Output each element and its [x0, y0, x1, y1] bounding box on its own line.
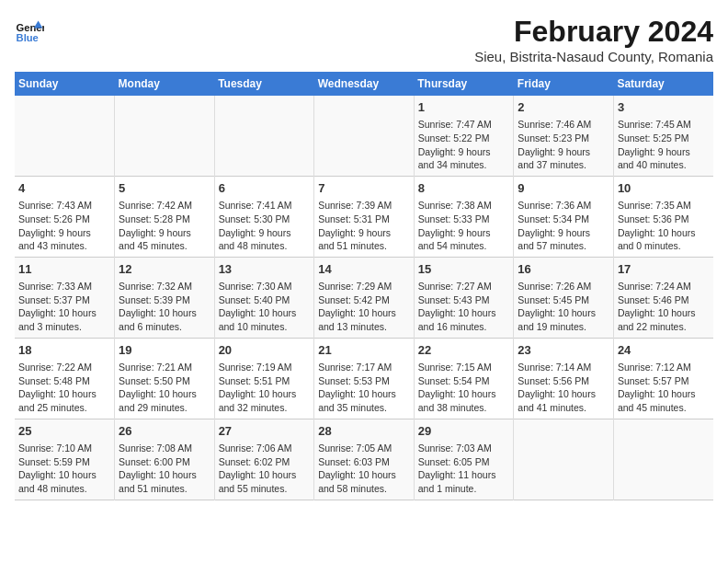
calendar-cell: 9Sunrise: 7:36 AM Sunset: 5:34 PM Daylig…: [514, 176, 614, 257]
calendar-cell: 23Sunrise: 7:14 AM Sunset: 5:56 PM Dayli…: [514, 338, 614, 419]
day-content: Sunrise: 7:08 AM Sunset: 6:00 PM Dayligh…: [119, 442, 210, 496]
calendar-cell: 6Sunrise: 7:41 AM Sunset: 5:30 PM Daylig…: [214, 176, 314, 257]
day-header-monday: Monday: [115, 72, 215, 96]
calendar-cell: 13Sunrise: 7:30 AM Sunset: 5:40 PM Dayli…: [214, 257, 314, 338]
calendar-cell: 20Sunrise: 7:19 AM Sunset: 5:51 PM Dayli…: [214, 338, 314, 419]
day-number: 18: [18, 342, 110, 359]
day-number: 20: [219, 342, 311, 359]
day-content: Sunrise: 7:12 AM Sunset: 5:57 PM Dayligh…: [618, 361, 710, 415]
calendar-cell: 28Sunrise: 7:05 AM Sunset: 6:03 PM Dayli…: [314, 419, 415, 500]
day-number: 26: [119, 423, 210, 440]
day-content: Sunrise: 7:45 AM Sunset: 5:25 PM Dayligh…: [618, 118, 710, 172]
day-content: Sunrise: 7:19 AM Sunset: 5:51 PM Dayligh…: [219, 361, 311, 415]
calendar-cell: [214, 96, 314, 176]
day-content: Sunrise: 7:24 AM Sunset: 5:46 PM Dayligh…: [618, 280, 710, 334]
day-number: 15: [418, 261, 510, 278]
day-number: 5: [119, 180, 210, 197]
day-number: 1: [418, 99, 510, 116]
day-content: Sunrise: 7:29 AM Sunset: 5:42 PM Dayligh…: [318, 280, 410, 334]
page-header: General Blue February 2024 Sieu, Bistrit…: [15, 15, 713, 64]
day-content: Sunrise: 7:05 AM Sunset: 6:03 PM Dayligh…: [318, 442, 410, 496]
day-content: Sunrise: 7:47 AM Sunset: 5:22 PM Dayligh…: [418, 118, 510, 172]
day-number: 7: [318, 180, 410, 197]
calendar-cell: 19Sunrise: 7:21 AM Sunset: 5:50 PM Dayli…: [115, 338, 215, 419]
day-header-saturday: Saturday: [613, 72, 713, 96]
day-content: Sunrise: 7:43 AM Sunset: 5:26 PM Dayligh…: [18, 199, 110, 253]
calendar-table: SundayMondayTuesdayWednesdayThursdayFrid…: [15, 72, 713, 500]
logo-icon: General Blue: [15, 15, 44, 44]
calendar-week-3: 11Sunrise: 7:33 AM Sunset: 5:37 PM Dayli…: [15, 257, 713, 338]
calendar-cell: 3Sunrise: 7:45 AM Sunset: 5:25 PM Daylig…: [613, 96, 713, 176]
day-number: 27: [219, 423, 311, 440]
calendar-week-1: 1Sunrise: 7:47 AM Sunset: 5:22 PM Daylig…: [15, 96, 713, 176]
calendar-cell: 1Sunrise: 7:47 AM Sunset: 5:22 PM Daylig…: [414, 96, 514, 176]
day-content: Sunrise: 7:17 AM Sunset: 5:53 PM Dayligh…: [318, 361, 410, 415]
day-content: Sunrise: 7:10 AM Sunset: 5:59 PM Dayligh…: [18, 442, 110, 496]
calendar-cell: 5Sunrise: 7:42 AM Sunset: 5:28 PM Daylig…: [115, 176, 215, 257]
day-number: 2: [518, 99, 609, 116]
day-content: Sunrise: 7:21 AM Sunset: 5:50 PM Dayligh…: [119, 361, 210, 415]
day-header-sunday: Sunday: [15, 72, 115, 96]
calendar-cell: 21Sunrise: 7:17 AM Sunset: 5:53 PM Dayli…: [314, 338, 415, 419]
day-number: 4: [18, 180, 110, 197]
calendar-cell: [613, 419, 713, 500]
calendar-cell: 17Sunrise: 7:24 AM Sunset: 5:46 PM Dayli…: [613, 257, 713, 338]
day-header-friday: Friday: [514, 72, 614, 96]
calendar-cell: [115, 96, 215, 176]
day-content: Sunrise: 7:06 AM Sunset: 6:02 PM Dayligh…: [219, 442, 311, 496]
day-number: 6: [219, 180, 311, 197]
day-content: Sunrise: 7:03 AM Sunset: 6:05 PM Dayligh…: [418, 442, 510, 496]
day-content: Sunrise: 7:38 AM Sunset: 5:33 PM Dayligh…: [418, 199, 510, 253]
day-number: 12: [119, 261, 210, 278]
day-number: 11: [18, 261, 110, 278]
calendar-cell: 12Sunrise: 7:32 AM Sunset: 5:39 PM Dayli…: [115, 257, 215, 338]
day-number: 28: [318, 423, 410, 440]
calendar-cell: 8Sunrise: 7:38 AM Sunset: 5:33 PM Daylig…: [414, 176, 514, 257]
day-number: 16: [518, 261, 609, 278]
day-number: 25: [18, 423, 110, 440]
calendar-week-2: 4Sunrise: 7:43 AM Sunset: 5:26 PM Daylig…: [15, 176, 713, 257]
day-header-wednesday: Wednesday: [314, 72, 415, 96]
calendar-cell: 15Sunrise: 7:27 AM Sunset: 5:43 PM Dayli…: [414, 257, 514, 338]
day-content: Sunrise: 7:15 AM Sunset: 5:54 PM Dayligh…: [418, 361, 510, 415]
day-number: 21: [318, 342, 410, 359]
day-content: Sunrise: 7:33 AM Sunset: 5:37 PM Dayligh…: [18, 280, 110, 334]
title-block: February 2024 Sieu, Bistrita-Nasaud Coun…: [474, 15, 713, 64]
calendar-cell: [514, 419, 614, 500]
day-number: 17: [618, 261, 710, 278]
calendar-cell: [314, 96, 415, 176]
calendar-week-4: 18Sunrise: 7:22 AM Sunset: 5:48 PM Dayli…: [15, 338, 713, 419]
day-header-tuesday: Tuesday: [214, 72, 314, 96]
day-header-thursday: Thursday: [414, 72, 514, 96]
calendar-cell: 22Sunrise: 7:15 AM Sunset: 5:54 PM Dayli…: [414, 338, 514, 419]
calendar-cell: 27Sunrise: 7:06 AM Sunset: 6:02 PM Dayli…: [214, 419, 314, 500]
day-number: 22: [418, 342, 510, 359]
day-content: Sunrise: 7:22 AM Sunset: 5:48 PM Dayligh…: [18, 361, 110, 415]
calendar-cell: 18Sunrise: 7:22 AM Sunset: 5:48 PM Dayli…: [15, 338, 115, 419]
calendar-cell: 11Sunrise: 7:33 AM Sunset: 5:37 PM Dayli…: [15, 257, 115, 338]
day-content: Sunrise: 7:39 AM Sunset: 5:31 PM Dayligh…: [318, 199, 410, 253]
calendar-week-5: 25Sunrise: 7:10 AM Sunset: 5:59 PM Dayli…: [15, 419, 713, 500]
calendar-cell: 4Sunrise: 7:43 AM Sunset: 5:26 PM Daylig…: [15, 176, 115, 257]
calendar-header-row: SundayMondayTuesdayWednesdayThursdayFrid…: [15, 72, 713, 96]
day-content: Sunrise: 7:27 AM Sunset: 5:43 PM Dayligh…: [418, 280, 510, 334]
day-number: 10: [618, 180, 710, 197]
calendar-cell: [15, 96, 115, 176]
day-content: Sunrise: 7:36 AM Sunset: 5:34 PM Dayligh…: [518, 199, 609, 253]
calendar-cell: 16Sunrise: 7:26 AM Sunset: 5:45 PM Dayli…: [514, 257, 614, 338]
calendar-cell: 25Sunrise: 7:10 AM Sunset: 5:59 PM Dayli…: [15, 419, 115, 500]
day-content: Sunrise: 7:14 AM Sunset: 5:56 PM Dayligh…: [518, 361, 609, 415]
calendar-cell: 10Sunrise: 7:35 AM Sunset: 5:36 PM Dayli…: [613, 176, 713, 257]
calendar-cell: 2Sunrise: 7:46 AM Sunset: 5:23 PM Daylig…: [514, 96, 614, 176]
day-number: 24: [618, 342, 710, 359]
calendar-cell: 7Sunrise: 7:39 AM Sunset: 5:31 PM Daylig…: [314, 176, 415, 257]
svg-text:Blue: Blue: [17, 32, 39, 43]
day-content: Sunrise: 7:42 AM Sunset: 5:28 PM Dayligh…: [119, 199, 210, 253]
day-number: 9: [518, 180, 609, 197]
day-content: Sunrise: 7:41 AM Sunset: 5:30 PM Dayligh…: [219, 199, 311, 253]
day-number: 14: [318, 261, 410, 278]
day-content: Sunrise: 7:46 AM Sunset: 5:23 PM Dayligh…: [518, 118, 609, 172]
page-title: February 2024: [474, 15, 713, 49]
calendar-cell: 24Sunrise: 7:12 AM Sunset: 5:57 PM Dayli…: [613, 338, 713, 419]
day-number: 19: [119, 342, 210, 359]
